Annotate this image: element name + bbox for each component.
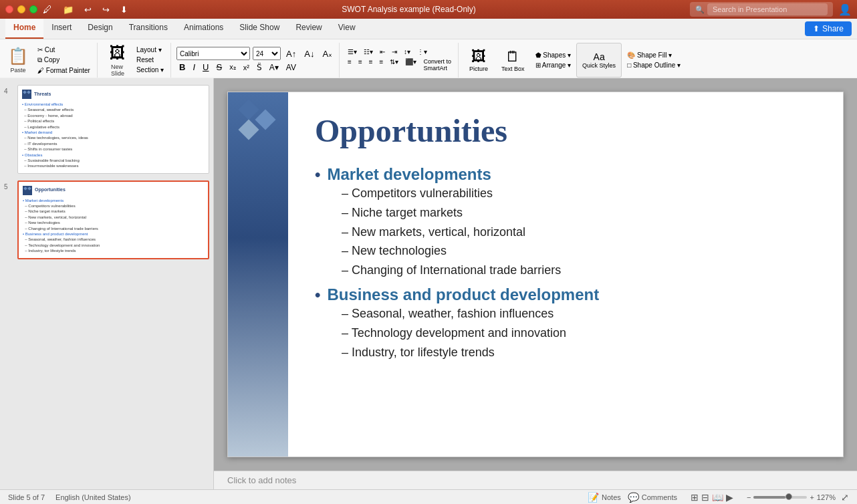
font-color-button[interactable]: A▾ [267,62,281,73]
status-bar-right: 📝 Notes 💬 Comments ⊞ ⊟ 📖 ▶ − + 127% ⤢ [588,492,849,503]
underline-button[interactable]: U [200,61,211,73]
bullet-item-1: Market developments Competitors vulnerab… [315,165,816,280]
bullet-main-2: Business and product development [315,285,816,304]
fit-window-button[interactable]: ⤢ [841,492,849,503]
minimize-button[interactable] [17,5,25,13]
bullet-sub-4: New technologies [315,241,816,261]
thumb-content-4: • Environmental effects – Seasonal, weat… [22,102,205,169]
bullet-main-1: Market developments [315,165,816,184]
title-bar: 🖊 📁 ↩ ↪ ⬇ SWOT Analysis example (Read-On… [0,0,857,19]
slide-info: Slide 5 of 7 [8,493,45,501]
traffic-lights [5,5,37,13]
text-direction-button[interactable]: ⇅▾ [387,57,401,72]
shapes-button[interactable]: ⬟ Shapes ▾ [533,51,574,59]
columns-button[interactable]: ⋮▾ [414,47,430,56]
thumb-content-5: • Market developments – Competitors vuln… [23,198,204,254]
numbered-list-button[interactable]: ☷▾ [361,47,376,56]
align-center-button[interactable]: ≡ [356,57,365,72]
reset-button[interactable]: Reset [134,55,166,64]
notes-label[interactable]: Notes [602,493,621,501]
bold-button[interactable]: B [176,61,188,73]
comments-label[interactable]: Comments [642,493,677,501]
slide-main: Opportunities Market developments Compet… [214,78,857,489]
zoom-out-button[interactable]: − [747,493,751,501]
italic-button[interactable]: I [190,61,198,73]
notes-button[interactable]: 📝 [588,492,599,503]
decrease-font-button[interactable]: A↓ [301,48,317,59]
close-button[interactable] [5,5,13,13]
increase-indent-button[interactable]: ⇥ [389,47,400,56]
slide-thumbnail-5[interactable]: Opportunities • Market developments – Co… [17,180,209,259]
bullet-list-button[interactable]: ☰▾ [345,47,360,56]
strikethrough-button[interactable]: S [213,61,225,73]
notes-bar[interactable]: Click to add notes [214,471,857,489]
thumb-header-4: Threats [22,90,205,99]
shadow-button[interactable]: S̈ [254,62,265,73]
paste-icon: 📋 [8,47,28,66]
slideshow-button[interactable]: ▶ [726,492,733,503]
tab-slideshow[interactable]: Slide Show [231,19,287,39]
shape-fill-button[interactable]: 🎨 Shape Fill ▾ [624,51,683,59]
reading-view-button[interactable]: 📖 [712,492,723,503]
align-right-button[interactable]: ≡ [366,57,376,72]
arrange-button[interactable]: ⊞ Arrange ▾ [533,61,574,70]
quick-styles-button[interactable]: Aa Quick Styles [576,43,622,78]
bullet-sub-3: New markets, vertical, horizontal [315,223,816,242]
comments-button[interactable]: 💬 [628,492,639,503]
tab-transitions[interactable]: Transitions [121,19,176,39]
font-family-select[interactable]: Calibri [176,47,250,60]
bullet-sub-5: Changing of International trade barriers [315,261,816,280]
tab-insert[interactable]: Insert [43,19,80,39]
tab-home[interactable]: Home [5,19,43,39]
slide-canvas[interactable]: Opportunities Market developments Compet… [227,92,844,457]
cut-button[interactable]: ✂ Cut [35,45,93,54]
superscript-button[interactable]: x² [241,63,252,72]
clear-format-button[interactable]: Aₓ [320,48,335,59]
justify-button[interactable]: ≡ [377,57,386,72]
normal-view-button[interactable]: ⊞ [691,492,699,503]
zoom-control: − + 127% [747,493,836,501]
smartart-button[interactable]: Convert toSmartArt [420,57,454,72]
tab-view[interactable]: View [330,19,364,39]
svg-rect-7 [238,119,259,140]
zoom-in-button[interactable]: + [810,493,814,501]
increase-font-button[interactable]: A↑ [283,48,299,59]
align-left-button[interactable]: ≡ [345,57,354,72]
textbox-button[interactable]: 🗒 Text Box [496,43,530,78]
align-text-button[interactable]: ⬛▾ [402,57,419,72]
slide-sorter-button[interactable]: ⊟ [701,492,709,503]
subscript-button[interactable]: x₂ [227,62,239,72]
bullet-sub-2: Niche target markets [315,203,816,223]
paste-button[interactable]: 📋 Paste [3,43,33,78]
shape-outline-button[interactable]: □ Shape Outline ▾ [624,61,683,70]
font-size-select[interactable]: 24 [253,47,281,60]
slide-thumb-4: 4 Threats • Environmental effects – Seas… [3,84,211,175]
copy-button[interactable]: ⧉ Copy [35,55,93,65]
share-button[interactable]: ⬆ Share [805,21,852,36]
main-area: 4 Threats • Environmental effects – Seas… [0,78,857,489]
tab-design[interactable]: Design [80,19,120,39]
decrease-indent-button[interactable]: ⇤ [377,47,388,56]
svg-rect-3 [23,186,32,195]
layout-button[interactable]: Layout ▾ [134,45,166,54]
slide-thumbnail-4[interactable]: Threats • Environmental effects – Season… [17,85,209,174]
char-spacing-button[interactable]: AV [283,62,299,73]
ribbon-tabs: Home Insert Design Transitions Animation… [0,19,857,39]
tab-animations[interactable]: Animations [176,19,231,39]
maximize-button[interactable] [29,5,37,13]
format-painter-button[interactable]: 🖌 Format Painter [35,66,93,75]
line-spacing-button[interactable]: ↕▾ [401,47,413,56]
window-title: SWOT Analysis example (Read-Only) [128,5,690,14]
bullet-sub-6: Seasonal, weather, fashion influences [315,304,816,324]
thumb-header-5: Opportunities [23,186,204,195]
svg-rect-6 [238,99,259,120]
zoom-slider[interactable] [753,496,807,499]
section-button[interactable]: Section ▾ [134,66,166,74]
tab-review[interactable]: Review [287,19,330,39]
new-slide-button[interactable]: 🖼 NewSlide [103,43,132,78]
picture-button[interactable]: 🖼 Picture [464,43,493,78]
search-input[interactable] [707,3,828,15]
status-bar: Slide 5 of 7 English (United States) 📝 N… [0,489,857,504]
bullet-sub-8: Industry, tor lifestyle trends [315,343,816,362]
slide-content-area: Opportunities Market developments Compet… [288,92,843,457]
